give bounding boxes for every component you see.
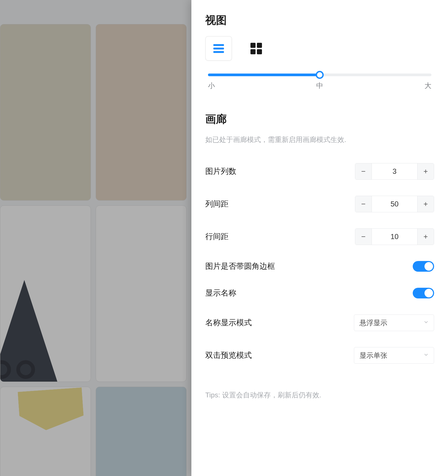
slider-label-medium: 中 <box>316 81 323 90</box>
row-show-name: 显示名称 <box>205 280 434 306</box>
chevron-down-icon <box>423 351 429 360</box>
label-name-mode: 名称显示模式 <box>205 317 252 328</box>
show-name-toggle[interactable] <box>413 288 434 298</box>
slider-label-large: 大 <box>424 81 431 90</box>
rounded-toggle[interactable] <box>413 261 434 272</box>
dblclick-mode-value: 显示单张 <box>360 351 387 360</box>
section-title-gallery: 画廊 <box>205 112 434 126</box>
slider-thumb[interactable] <box>316 71 324 79</box>
size-slider[interactable] <box>208 74 431 76</box>
columns-increment[interactable]: + <box>417 163 434 179</box>
row-gap-decrement[interactable]: − <box>355 229 372 245</box>
row-row-gap: 行间距 − + <box>205 220 434 253</box>
slider-labels: 小 中 大 <box>208 81 431 90</box>
slider-label-small: 小 <box>208 81 215 90</box>
columns-stepper: − + <box>355 163 434 180</box>
col-gap-decrement[interactable]: − <box>355 196 372 212</box>
settings-drawer: 视图 小 中 大 画廊 如已处于画廊模式，需重新启用画廊模式生效. 图片列数 − <box>191 0 448 476</box>
section-title-view: 视图 <box>205 13 434 28</box>
view-mode-grid-button[interactable] <box>243 36 269 61</box>
label-dblclick-mode: 双击预览模式 <box>205 350 252 361</box>
row-col-gap: 列间距 − + <box>205 188 434 220</box>
tips-text: Tips: 设置会自动保存，刷新后仍有效. <box>205 390 434 400</box>
chevron-down-icon <box>423 319 429 327</box>
dblclick-mode-select[interactable]: 显示单张 <box>354 347 434 364</box>
columns-decrement[interactable]: − <box>355 163 372 179</box>
label-columns: 图片列数 <box>205 166 236 177</box>
toggle-knob <box>424 262 433 271</box>
row-columns: 图片列数 − + <box>205 155 434 188</box>
label-col-gap: 列间距 <box>205 199 229 209</box>
row-gap-increment[interactable]: + <box>417 229 434 245</box>
gallery-hint: 如已处于画廊模式，需重新启用画廊模式生效. <box>205 135 434 144</box>
row-rounded: 图片是否带圆角边框 <box>205 253 434 280</box>
label-show-name: 显示名称 <box>205 288 236 298</box>
label-rounded: 图片是否带圆角边框 <box>205 261 275 272</box>
row-name-mode: 名称显示模式 悬浮显示 <box>205 306 434 339</box>
toggle-knob <box>424 289 433 297</box>
label-row-gap: 行间距 <box>205 231 229 242</box>
name-mode-value: 悬浮显示 <box>360 318 387 328</box>
grid-icon <box>250 43 262 54</box>
col-gap-input[interactable] <box>372 196 417 212</box>
columns-input[interactable] <box>372 163 417 179</box>
col-gap-stepper: − + <box>355 196 434 212</box>
name-mode-select[interactable]: 悬浮显示 <box>354 314 434 331</box>
list-icon <box>213 43 224 55</box>
col-gap-increment[interactable]: + <box>417 196 434 212</box>
row-gap-stepper: − + <box>355 228 434 245</box>
view-mode-toggle <box>205 36 434 61</box>
view-mode-list-button[interactable] <box>205 36 232 61</box>
row-dblclick-mode: 双击预览模式 显示单张 <box>205 339 434 372</box>
row-gap-input[interactable] <box>372 229 417 245</box>
